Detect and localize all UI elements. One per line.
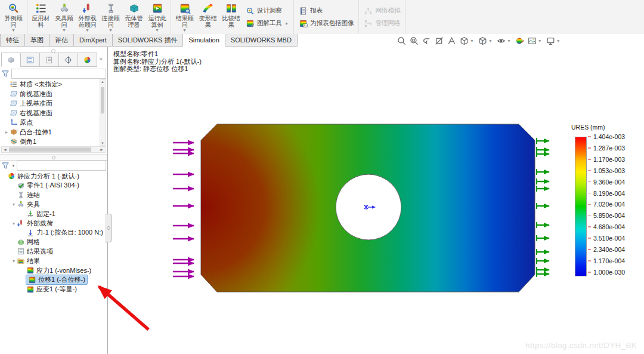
tab-特征[interactable]: 特征 [0, 34, 25, 47]
tree-item[interactable]: 静应力分析 1 (-默认-) [1, 171, 79, 181]
ribbon-button-apply-material[interactable]: 应用材料 [29, 1, 52, 33]
headsup-zoom-area[interactable] [408, 36, 420, 46]
fixed-icon [26, 210, 35, 218]
panel-tab-clipboard[interactable] [39, 53, 59, 67]
dropdown-arrow-icon[interactable]: ▼ [284, 21, 289, 26]
dropdown-arrow-icon[interactable]: ▼ [85, 28, 89, 33]
dropdown-arrow-icon[interactable]: ▼ [155, 28, 159, 33]
panel-splitter[interactable] [0, 154, 107, 161]
legend-value-row: 8.190e-004 [588, 190, 625, 196]
hscroll-left-arrow[interactable]: ◄ [2, 147, 8, 152]
dropdown-arrow-icon[interactable]: ▼ [182, 28, 187, 33]
headsup-view-orientation[interactable]: ▼ [459, 36, 476, 46]
expand-arrow-icon[interactable]: ▾ [11, 221, 17, 226]
tree-item[interactable]: u位移1 (-合位移-) [20, 275, 87, 285]
hscroll-right-arrow[interactable]: ► [98, 147, 105, 152]
ribbon-button-run-study[interactable]: 运行此算例▼ [145, 1, 169, 33]
ribbon-button-study-advisor[interactable]: 算例顾问▼ [2, 1, 25, 33]
filter-funnel-icon[interactable] [1, 161, 10, 170]
hscroll-thumb[interactable] [9, 147, 91, 152]
plate-body[interactable] [201, 124, 535, 292]
ribbon-button-fixtures-advisor[interactable]: 夹具顾问▼ [52, 1, 76, 33]
dropdown-arrow-icon[interactable]: ▼ [538, 39, 542, 43]
tab-评估[interactable]: 评估 [49, 34, 74, 47]
tree-item[interactable]: ▸凸台-拉伸1 [4, 127, 52, 137]
shell-manager-icon [128, 2, 140, 14]
headsup-hide-show[interactable]: ▼ [496, 36, 513, 46]
dropdown-arrow-icon[interactable]: ▼ [109, 28, 113, 33]
tab-solidworks-插件[interactable]: SOLIDWORKS 插件 [112, 34, 184, 47]
ribbon-button-design-insight[interactable]: 设计洞察 [246, 7, 289, 16]
panel-flyout-handle[interactable] [105, 214, 112, 242]
feature-tree-filter-input[interactable] [11, 69, 106, 79]
headsup-view-settings[interactable]: ▼ [545, 36, 562, 46]
dropdown-arrow-icon[interactable]: ▼ [488, 39, 493, 43]
selected-tree-item[interactable]: u位移1 (-合位移-) [26, 275, 87, 284]
headsup-edit-appearance[interactable] [514, 36, 525, 46]
study-tree-filter-input[interactable] [17, 161, 106, 171]
dropdown-arrow-icon[interactable]: ▼ [556, 39, 561, 43]
vscroll-thumb[interactable] [101, 87, 104, 113]
tree-item[interactable]: 零件1 (-AISI 304-) [11, 181, 79, 190]
tree-item[interactable]: 倒角1 [4, 137, 36, 146]
ribbon-button-compare-results[interactable]: 比较结果 [219, 1, 243, 33]
tree-item[interactable]: 材质 <未指定> [4, 79, 62, 89]
ribbon-button-report[interactable]: 报表 [299, 7, 354, 16]
tab-草图[interactable]: 草图 [24, 34, 49, 47]
tab-dimxpert[interactable]: DimXpert [73, 34, 113, 47]
filter-funnel-icon[interactable] [1, 69, 10, 78]
tree-item[interactable]: 连结 [11, 190, 40, 200]
tree-item[interactable]: ▾外部载荷 [11, 218, 53, 228]
fixture-arrows [537, 138, 549, 277]
tab-solidworks-mbd[interactable]: SOLIDWORKS MBD [225, 34, 298, 47]
graphics-viewport[interactable]: 模型名称:零件1 算例名称:静应力分析 1(-默认-) 图解类型: 静态位移 位… [109, 47, 644, 354]
ribbon-button-external-loads[interactable]: 外部载荷顾问▼ [76, 1, 99, 33]
watermark-text: https://blog.csdn.net/DYH_BK [525, 341, 637, 350]
feature-tree-hscrollbar[interactable]: ◄ ► [1, 146, 106, 153]
tree-item-label: 上视基准面 [20, 99, 52, 108]
tree-item[interactable]: 前视基准面 [4, 89, 52, 98]
tree-item[interactable]: 力-1 (:按条目: 1000 N:) [20, 228, 103, 238]
report-icon [299, 7, 308, 16]
ribbon-button-deformed-result[interactable]: 变形结果 [196, 1, 219, 33]
ribbon-group: 应用材料夹具顾问▼外部载荷顾问▼连接顾问▼壳体管理器运行此算例▼ [27, 0, 171, 34]
expand-arrow-icon[interactable]: ▾ [11, 202, 17, 207]
tree-item[interactable]: ▾夹具 [11, 199, 40, 209]
tree-item[interactable]: 上视基准面 [4, 98, 52, 108]
panel-tab-featurelist[interactable] [20, 53, 40, 67]
headsup-previous-view[interactable] [421, 36, 432, 46]
dropdown-arrow-icon[interactable]: ▼ [470, 39, 474, 43]
ribbon-button-shell-manager[interactable]: 壳体管理器 [122, 1, 145, 33]
tree-item[interactable]: 原点 [4, 118, 33, 127]
panel-tab-configuration[interactable] [58, 53, 78, 67]
tree-item[interactable]: 网格 [11, 238, 40, 247]
ribbon-button-connections-advisor[interactable]: 连接顾问▼ [99, 1, 122, 33]
tree-item[interactable]: ▾结果 [11, 256, 40, 266]
featurelist-tab-icon [26, 56, 35, 64]
feature-tree-vscrollbar[interactable]: ▲ ▼ [100, 79, 106, 146]
headsup-apply-scene[interactable]: ▼ [527, 36, 544, 46]
panel-tab-part[interactable] [1, 53, 21, 67]
tree-item[interactable]: ε应变1 (-等量-) [20, 285, 77, 294]
dropdown-arrow-icon[interactable]: ▼ [11, 28, 16, 33]
panel-tab-display-sphere[interactable] [78, 53, 97, 67]
ribbon-button-include-image[interactable]: 为报表包括图像 [299, 19, 354, 28]
headsup-section-view[interactable] [434, 36, 445, 46]
tree-item[interactable]: 结果选项 [11, 247, 53, 256]
tree-item[interactable]: 右视基准面 [4, 108, 52, 118]
filter-dropdown-arrow[interactable]: ▼ [11, 164, 16, 168]
headsup-zoom-fit[interactable] [396, 36, 407, 46]
dropdown-arrow-icon[interactable]: ▼ [62, 28, 66, 33]
headsup-annotation-tools[interactable] [446, 36, 457, 46]
dropdown-arrow-icon[interactable]: ▼ [507, 39, 511, 43]
model-name-text: 模型名称:零件1 [113, 50, 202, 58]
tab-simulation[interactable]: Simulation [182, 34, 225, 47]
tree-item[interactable]: 固定-1 [20, 209, 55, 218]
tree-item[interactable]: σ应力1 (-vonMises-) [20, 266, 91, 275]
ribbon-button-results-advisor[interactable]: 结果顾问▼ [173, 1, 196, 33]
expand-arrow-icon[interactable]: ▾ [11, 258, 17, 264]
expand-arrow-icon[interactable]: ▸ [4, 130, 10, 135]
panel-tab-overflow-chevron[interactable]: > [97, 53, 105, 66]
headsup-display-style[interactable]: ▼ [477, 36, 494, 46]
ribbon-button-plot-tools[interactable]: 图解工具▼ [246, 19, 289, 28]
